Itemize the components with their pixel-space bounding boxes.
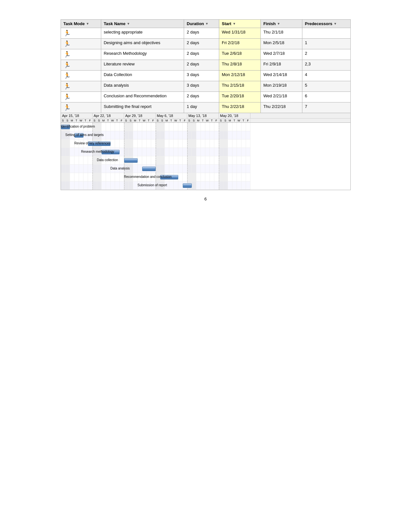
gantt-day-label: F: [246, 119, 250, 122]
gantt-day-label: S: [93, 119, 97, 122]
task-name-cell: Conclusion and Recommendetion: [101, 92, 184, 102]
gantt-row: Identification of problem: [61, 123, 250, 131]
duration-cell: 3 days: [184, 81, 219, 92]
gantt-day-label: T: [147, 119, 151, 122]
pred-cell: 2: [302, 49, 350, 60]
gantt-day-label: S: [223, 119, 228, 122]
gantt-day-label: T: [210, 119, 214, 122]
finish-cell: Thu 2/22/18: [260, 102, 302, 113]
gantt-task-label: Submission of report: [138, 183, 167, 187]
gantt-day-label: W: [79, 119, 83, 122]
gantt-bar: [183, 183, 192, 188]
gantt-weeks: Apr 15, '18Apr 22, '18Apr 29, '18May 6, …: [61, 113, 350, 119]
gantt-day-label: T: [201, 119, 205, 122]
table-row: 🏃Data analysis3 daysThu 2/15/18Mon 2/19/…: [61, 81, 350, 92]
col-label-pred: Predecessors: [305, 21, 332, 26]
gantt-day-label: S: [124, 119, 129, 122]
col-label-task-name: Task Name: [104, 21, 126, 26]
duration-cell: 2 days: [184, 39, 219, 49]
pred-cell: 5: [302, 81, 350, 92]
gantt-row: Recommendation and conclusion: [61, 173, 250, 181]
gantt-body: Identification of problemSetting of aims…: [61, 123, 250, 190]
gantt-day-label: M: [196, 119, 201, 122]
col-header-finish[interactable]: Finish ▼: [260, 20, 302, 28]
gantt-task-label: Data analysis: [111, 167, 130, 170]
gantt-day-label: T: [178, 119, 183, 122]
task-mode-icon: 🏃: [64, 94, 71, 100]
gantt-day-label: T: [138, 119, 142, 122]
gantt-day-label: S: [61, 119, 65, 122]
gantt-container: Apr 15, '18Apr 22, '18Apr 29, '18May 6, …: [61, 113, 351, 190]
gantt-bar: [142, 167, 156, 171]
gantt-week-label: May 6, '18: [156, 113, 187, 118]
gantt-day-label: S: [192, 119, 196, 122]
gantt-row: Research methodology: [61, 148, 250, 156]
gantt-day-label: W: [111, 119, 115, 122]
duration-cell: 2 days: [184, 60, 219, 71]
task-name-cell: Data Collection: [101, 71, 184, 81]
gantt-day-label: S: [219, 119, 223, 122]
gantt-task-label: Recommendation and conclusion: [124, 175, 172, 179]
col-label-start: Start: [222, 21, 231, 26]
gantt-day-label: S: [160, 119, 165, 122]
table-row: 🏃Conclusion and Recommendetion2 daysTue …: [61, 92, 350, 102]
gantt-day-label: M: [228, 119, 232, 122]
task-mode-cell: 🏃: [61, 60, 101, 71]
sort-arrow-start: ▼: [233, 22, 236, 25]
table-row: 🏃Submitting the final report1 dayThu 2/2…: [61, 102, 350, 113]
col-label-finish: Finish: [263, 21, 276, 26]
gantt-day-label: F: [214, 119, 219, 122]
sort-arrow-finish: ▼: [277, 22, 280, 25]
pred-cell: 6: [302, 92, 350, 102]
finish-cell: Mon 2/19/18: [260, 81, 302, 92]
gantt-row: Data analysis: [61, 165, 250, 173]
gantt-week-label: May 20, '18: [219, 113, 250, 118]
duration-cell: 1 day: [184, 102, 219, 113]
table-row: 🏃Data Collection3 daysMon 2/12/18Wed 2/1…: [61, 71, 350, 81]
col-header-start[interactable]: Start ▼: [219, 20, 261, 28]
task-table: Task Mode ▼ Task Name ▼ Duration ▼: [61, 19, 351, 113]
gantt-day-label: T: [232, 119, 237, 122]
start-cell: Fri 2/2/18: [219, 39, 261, 49]
gantt-day-label: F: [88, 119, 93, 122]
pred-cell: [302, 28, 350, 39]
table-row: 🏃Designing aims and objectives2 daysFri …: [61, 39, 350, 49]
gantt-day-label: W: [174, 119, 178, 122]
task-mode-cell: 🏃: [61, 28, 101, 39]
gantt-week-label: Apr 22, '18: [93, 113, 124, 118]
gantt-day-label: T: [83, 119, 88, 122]
col-header-duration[interactable]: Duration ▼: [184, 20, 219, 28]
col-header-task-mode[interactable]: Task Mode ▼: [61, 20, 101, 28]
start-cell: Thu 2/22/18: [219, 102, 261, 113]
gantt-day-label: T: [169, 119, 174, 122]
gantt-week-label: May 13, '18: [187, 113, 219, 118]
pred-cell: 7: [302, 102, 350, 113]
duration-cell: 2 days: [184, 92, 219, 102]
gantt-days-row: SSMTWTFSSMTWTFSSMTWTFSSMTWTFSSMTWTFSSMTW…: [61, 119, 350, 122]
gantt-day-label: F: [183, 119, 187, 122]
task-mode-icon: 🏃: [64, 62, 71, 68]
gantt-day-label: M: [70, 119, 74, 122]
task-mode-icon: 🏃: [64, 41, 71, 47]
finish-cell: Wed 2/7/18: [260, 49, 302, 60]
task-name-cell: Research Methodology: [101, 49, 184, 60]
gantt-task-label: Review of key references: [74, 141, 111, 145]
task-name-cell: Submitting the final report: [101, 102, 184, 113]
finish-cell: Fri 2/9/18: [260, 60, 302, 71]
gantt-task-label: Research methodology: [81, 150, 114, 153]
col-header-task-name[interactable]: Task Name ▼: [101, 20, 184, 28]
gantt-day-label: T: [241, 119, 246, 122]
task-mode-cell: 🏃: [61, 49, 101, 60]
sort-arrow-task-mode: ▼: [86, 22, 89, 25]
table-row: 🏃selecting appropriate2 daysWed 1/31/18T…: [61, 28, 350, 39]
task-mode-icon: 🏃: [64, 30, 71, 36]
table-row: 🏃Research Methodology2 daysTue 2/6/18Wed…: [61, 49, 350, 60]
start-cell: Wed 1/31/18: [219, 28, 261, 39]
task-mode-cell: 🏃: [61, 71, 101, 81]
gantt-row: Setting of aims and targets: [61, 131, 250, 140]
col-header-pred[interactable]: Predecessors ▼: [302, 20, 350, 28]
col-label-task-mode: Task Mode: [64, 21, 85, 26]
gantt-day-label: T: [115, 119, 120, 122]
finish-cell: Thu 2/1/18: [260, 28, 302, 39]
gantt-day-label: S: [187, 119, 192, 122]
